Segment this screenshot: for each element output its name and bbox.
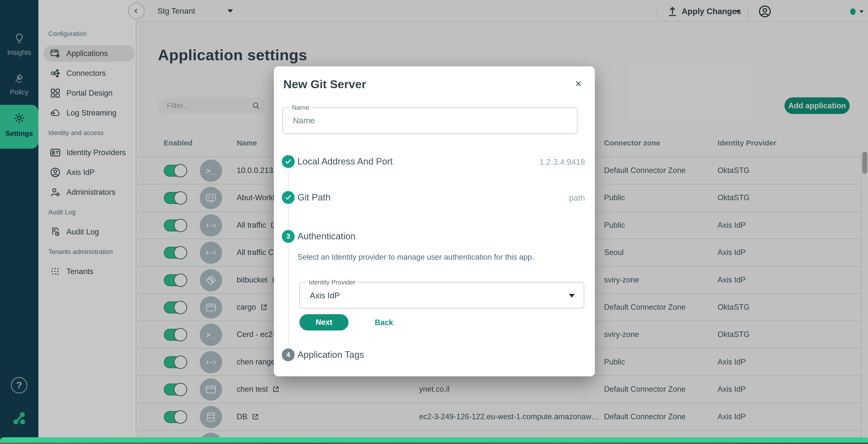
new-git-server-modal: New Git Server ✕ Name Local Address And … bbox=[274, 66, 595, 376]
desktop-wallpaper-strip bbox=[0, 443, 868, 444]
step-label: Local Address And Port bbox=[298, 156, 393, 167]
authentication-description: Select an Identity provider to manage us… bbox=[298, 253, 534, 262]
select-caret-down-icon bbox=[569, 294, 575, 297]
step-connector bbox=[288, 170, 288, 189]
step-check-icon bbox=[282, 155, 295, 168]
step-label: Git Path bbox=[298, 192, 331, 203]
app-root: InsightsPolicySettings ? ConfigurationAp… bbox=[0, 0, 868, 444]
bottom-window-bar bbox=[0, 437, 868, 443]
step-application-tags: 4 Application Tags bbox=[274, 348, 595, 361]
step-git-path: Git Path path bbox=[274, 191, 595, 204]
name-field: Name bbox=[283, 107, 578, 134]
identity-provider-label: Identity Provider bbox=[306, 279, 358, 286]
step-label: Application Tags bbox=[298, 350, 364, 360]
step-label: Authentication bbox=[298, 231, 356, 242]
step-value: 1.2.3.4:9418 bbox=[539, 157, 585, 167]
step-authentication: 3 Authentication bbox=[274, 230, 595, 243]
close-icon[interactable]: ✕ bbox=[575, 79, 582, 89]
modal-title: New Git Server bbox=[283, 77, 366, 91]
next-button[interactable]: Next bbox=[300, 314, 348, 330]
step-local-address-and-port: Local Address And Port 1.2.3.4:9418 bbox=[274, 155, 595, 168]
identity-provider-value: Axis IdP bbox=[310, 291, 340, 300]
identity-provider-select[interactable]: Identity Provider Axis IdP bbox=[300, 282, 584, 309]
back-button[interactable]: Back bbox=[375, 318, 393, 327]
step-value: path bbox=[569, 193, 585, 203]
step-number-badge: 3 bbox=[282, 230, 295, 243]
step-check-icon bbox=[282, 191, 295, 204]
step-connector bbox=[288, 206, 288, 228]
name-input[interactable] bbox=[283, 108, 577, 133]
step-connector bbox=[288, 245, 288, 345]
step-number-badge: 4 bbox=[282, 348, 295, 361]
